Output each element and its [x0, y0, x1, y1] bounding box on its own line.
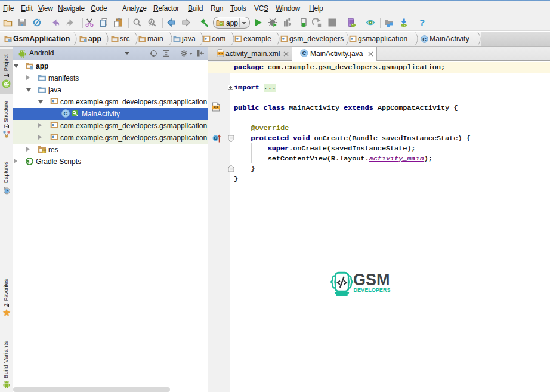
- svg-text:<>: <>: [214, 105, 218, 110]
- svg-text:<>: <>: [218, 51, 223, 55]
- svg-text:C: C: [64, 110, 68, 116]
- svg-text:C: C: [422, 36, 427, 42]
- svg-text:DEVELOPERS: DEVELOPERS: [354, 286, 391, 293]
- svg-text:C: C: [302, 50, 307, 56]
